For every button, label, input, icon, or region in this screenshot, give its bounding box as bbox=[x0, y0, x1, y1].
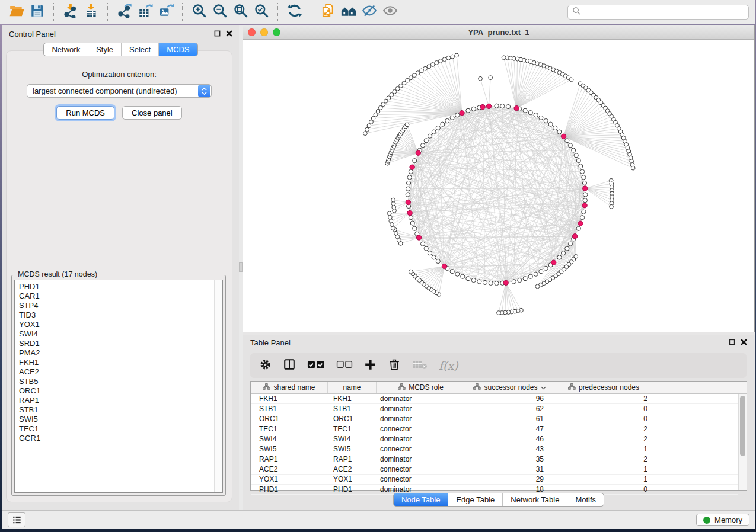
graph-leaf-node[interactable] bbox=[412, 73, 416, 78]
graph-leaf-node[interactable] bbox=[371, 116, 375, 120]
graph-node[interactable] bbox=[534, 113, 538, 117]
graph-leaf-node[interactable] bbox=[451, 55, 455, 59]
graph-node[interactable] bbox=[572, 148, 576, 152]
graph-leaf-node[interactable] bbox=[416, 71, 420, 75]
graph-node[interactable] bbox=[576, 159, 580, 163]
graph-node[interactable] bbox=[565, 139, 569, 143]
graph-mcds-node[interactable] bbox=[583, 186, 588, 191]
graph-node[interactable] bbox=[583, 193, 588, 197]
criterion-select[interactable]: largest connected component (undirected) bbox=[27, 84, 212, 98]
graph-leaf-node[interactable] bbox=[439, 59, 443, 63]
graph-leaf-node[interactable] bbox=[387, 211, 391, 216]
column-header-name[interactable]: name bbox=[328, 382, 377, 393]
table-row[interactable]: RAP1RAP1dominator352 bbox=[251, 454, 738, 464]
mcds-result-item[interactable]: TEC1 bbox=[19, 424, 214, 434]
graph-leaf-node[interactable] bbox=[405, 123, 409, 127]
graph-node[interactable] bbox=[471, 107, 476, 111]
table-row[interactable]: FKH1FKH1dominator962 bbox=[251, 394, 738, 404]
graph-node[interactable] bbox=[539, 116, 543, 120]
tab-style[interactable]: Style bbox=[88, 43, 121, 56]
duplicate-network-button[interactable] bbox=[317, 2, 338, 22]
table-tab-network-table[interactable]: Network Table bbox=[502, 493, 567, 506]
select-unchecked-button[interactable] bbox=[336, 359, 353, 372]
graph-node[interactable] bbox=[512, 280, 516, 284]
graph-node[interactable] bbox=[428, 134, 432, 138]
graph-leaf-node[interactable] bbox=[363, 132, 368, 136]
table-tab-node-table[interactable]: Node Table bbox=[394, 493, 448, 506]
graph-node[interactable] bbox=[582, 181, 586, 185]
close-panel-button[interactable]: Close panel bbox=[122, 106, 182, 120]
graph-node[interactable] bbox=[406, 181, 410, 185]
zoom-out-button[interactable] bbox=[209, 2, 230, 22]
graph-node[interactable] bbox=[582, 175, 586, 180]
graph-leaf-node[interactable] bbox=[388, 215, 392, 219]
search-field[interactable] bbox=[567, 5, 749, 20]
graph-mcds-node[interactable] bbox=[460, 110, 464, 115]
graph-node[interactable] bbox=[539, 270, 543, 274]
column-header-predecessor-nodes[interactable]: predecessor nodes bbox=[554, 382, 653, 393]
graph-node[interactable] bbox=[500, 104, 505, 108]
run-mcds-button[interactable]: Run MCDS bbox=[56, 106, 114, 120]
float-panel-icon[interactable] bbox=[214, 30, 221, 39]
graph-node[interactable] bbox=[553, 126, 557, 130]
settings-button[interactable] bbox=[259, 358, 272, 373]
mcds-result-item[interactable]: STP4 bbox=[19, 301, 214, 310]
graph-leaf-node[interactable] bbox=[391, 198, 395, 202]
graph-node[interactable] bbox=[574, 153, 578, 158]
export-network-button[interactable] bbox=[114, 2, 135, 22]
graph-node[interactable] bbox=[506, 104, 510, 108]
import-table-button[interactable] bbox=[81, 2, 101, 22]
graph-leaf-node[interactable] bbox=[365, 127, 369, 132]
search-input[interactable] bbox=[583, 7, 744, 17]
export-table-button[interactable] bbox=[135, 2, 155, 22]
table-scrollbar[interactable] bbox=[738, 394, 747, 490]
graph-node[interactable] bbox=[534, 272, 538, 276]
graph-node[interactable] bbox=[471, 278, 476, 282]
zoom-fit-button[interactable] bbox=[230, 2, 251, 22]
table-row[interactable]: SWI4SWI4dominator462 bbox=[251, 434, 738, 444]
graph-leaf-node[interactable] bbox=[479, 76, 483, 81]
show-all-button[interactable] bbox=[379, 2, 400, 22]
graph-node[interactable] bbox=[441, 122, 445, 126]
graph-leaf-node[interactable] bbox=[374, 113, 378, 117]
graph-node[interactable] bbox=[518, 278, 522, 282]
graph-node[interactable] bbox=[409, 169, 413, 174]
select-checked-button[interactable] bbox=[307, 359, 325, 373]
graph-mcds-node[interactable] bbox=[503, 280, 508, 285]
graph-node[interactable] bbox=[582, 210, 586, 214]
task-history-button[interactable] bbox=[8, 512, 25, 527]
graph-node[interactable] bbox=[413, 226, 417, 230]
graph-node[interactable] bbox=[568, 242, 572, 246]
graph-node[interactable] bbox=[466, 108, 470, 113]
graph-node[interactable] bbox=[455, 113, 460, 117]
hide-selected-button[interactable] bbox=[359, 2, 379, 22]
open-button[interactable] bbox=[6, 2, 27, 22]
table-row[interactable]: ACE2ACE2connector311 bbox=[251, 464, 738, 475]
mcds-result-item[interactable]: CAR1 bbox=[19, 291, 214, 301]
graph-node[interactable] bbox=[455, 272, 460, 276]
window-close-button[interactable] bbox=[248, 28, 256, 36]
graph-node[interactable] bbox=[407, 175, 412, 180]
first-neighbors-button[interactable] bbox=[338, 2, 359, 22]
graph-node[interactable] bbox=[544, 118, 548, 123]
save-button[interactable] bbox=[27, 2, 47, 22]
split-view-button[interactable] bbox=[283, 358, 296, 373]
graph-node[interactable] bbox=[445, 118, 449, 123]
graph-node[interactable] bbox=[410, 221, 414, 225]
close-table-panel-icon[interactable] bbox=[741, 338, 747, 347]
add-column-button[interactable] bbox=[364, 358, 377, 373]
graph-node[interactable] bbox=[544, 266, 548, 270]
graph-node[interactable] bbox=[483, 280, 487, 284]
graph-mcds-node[interactable] bbox=[551, 260, 556, 265]
graph-leaf-node[interactable] bbox=[446, 56, 451, 60]
graph-node[interactable] bbox=[565, 246, 569, 251]
graph-leaf-node[interactable] bbox=[610, 204, 614, 209]
mcds-result-item[interactable]: STB1 bbox=[19, 405, 214, 415]
graph-node[interactable] bbox=[548, 122, 553, 126]
refresh-button[interactable] bbox=[284, 2, 305, 22]
graph-node[interactable] bbox=[579, 164, 583, 168]
graph-node[interactable] bbox=[557, 130, 562, 134]
graph-node[interactable] bbox=[576, 226, 580, 230]
import-network-button[interactable] bbox=[60, 2, 81, 22]
column-header-successor-nodes[interactable]: successor nodes bbox=[465, 382, 554, 393]
